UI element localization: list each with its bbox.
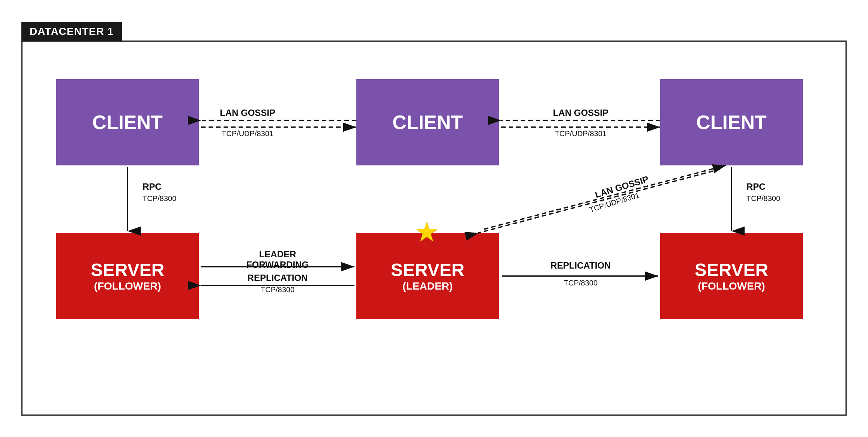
- datacenter-box: CLIENT CLIENT CLIENT SERVER (FOLLOWER) S…: [21, 41, 847, 416]
- leader-forwarding-label-1: LEADER: [259, 249, 296, 259]
- server-left-label: SERVER: [91, 260, 165, 280]
- lan-gossip-diag-label: LAN GOSSIP: [594, 174, 650, 200]
- lan-gossip-diag-arrow-1: [478, 169, 720, 233]
- client-right-label: CLIENT: [696, 111, 767, 134]
- rpc-left-sub: TCP/8300: [143, 194, 176, 203]
- server-center-label: SERVER: [391, 260, 465, 280]
- lan-gossip-left-sub: TCP/UDP/8301: [222, 129, 273, 138]
- replication-left-sub: TCP/8300: [261, 285, 294, 294]
- datacenter-label: DATACENTER 1: [21, 22, 122, 41]
- client-center: CLIENT: [356, 79, 499, 165]
- client-left: CLIENT: [56, 79, 199, 165]
- server-left: SERVER (FOLLOWER): [56, 233, 199, 319]
- replication-right-label: REPLICATION: [551, 260, 611, 270]
- client-right: CLIENT: [660, 79, 803, 165]
- rpc-right-sub: TCP/8300: [746, 194, 780, 203]
- client-left-label: CLIENT: [92, 111, 163, 134]
- leader-forwarding-label-2: FORWARDING: [246, 260, 309, 270]
- leader-star: ★: [414, 216, 439, 248]
- lan-gossip-diag-sub: TCP/UDP/8301: [589, 191, 640, 213]
- server-right-label: SERVER: [695, 260, 769, 280]
- lan-gossip-right-sub: TCP/UDP/8301: [555, 129, 607, 138]
- replication-right-sub: TCP/8300: [564, 279, 598, 287]
- server-right-role: (FOLLOWER): [698, 280, 765, 292]
- lan-gossip-left-label: LAN GOSSIP: [220, 108, 275, 118]
- rpc-right-label: RPC: [746, 182, 766, 192]
- server-center-role: (LEADER): [402, 280, 453, 292]
- lan-gossip-diag-arrow-2: [484, 165, 726, 229]
- lan-gossip-right-label: LAN GOSSIP: [553, 108, 608, 118]
- client-center-label: CLIENT: [392, 111, 463, 134]
- diagram-outer: DATACENTER 1 CLIENT CLIENT CLIENT SERVER…: [21, 22, 847, 416]
- server-left-role: (FOLLOWER): [94, 280, 161, 292]
- replication-left-label: REPLICATION: [248, 273, 308, 283]
- rpc-left-label: RPC: [143, 182, 162, 192]
- server-right: SERVER (FOLLOWER): [660, 233, 803, 319]
